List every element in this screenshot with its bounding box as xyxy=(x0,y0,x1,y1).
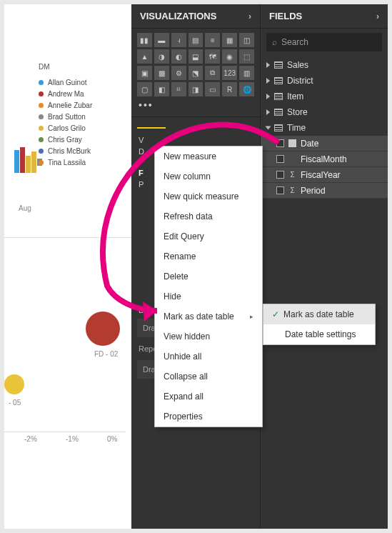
context-menu-item[interactable]: Refresh data xyxy=(155,206,262,226)
context-menu-item[interactable]: Delete xyxy=(155,266,262,287)
field-label: FiscalYear xyxy=(301,170,341,180)
context-menu-item[interactable]: Mark as date table▸ xyxy=(155,307,262,327)
context-menu-item[interactable]: Expand all xyxy=(155,387,262,407)
table-row[interactable]: Time xyxy=(261,120,388,136)
context-menu-item[interactable]: Edit Query xyxy=(155,226,262,246)
table-label: Time xyxy=(287,123,306,133)
viz-type-tile[interactable]: ⬔ xyxy=(189,66,203,80)
submenu-arrow-icon: ▸ xyxy=(250,313,253,320)
bar-chart-bar xyxy=(31,151,36,173)
context-menu-label: View hidden xyxy=(164,332,210,342)
context-menu-item[interactable]: Collapse all xyxy=(155,367,262,387)
submenu-date-table-settings[interactable]: Date table settings xyxy=(263,324,375,344)
chevron-right-icon xyxy=(266,78,270,84)
viz-type-tile[interactable]: ⧉ xyxy=(205,66,220,80)
search-input[interactable]: ⌕ Search xyxy=(266,33,382,51)
viz-type-tile[interactable]: ◫ xyxy=(239,33,254,47)
table-row[interactable]: Item xyxy=(261,89,388,104)
viz-type-tile[interactable]: ⫞ xyxy=(171,33,186,47)
legend-dot-icon xyxy=(39,126,44,131)
legend-item[interactable]: Brad Sutton xyxy=(39,111,92,122)
table-row[interactable]: Store xyxy=(261,104,388,120)
checkbox[interactable] xyxy=(276,155,284,163)
legend-item[interactable]: Andrew Ma xyxy=(39,88,92,99)
submenu-mark-label: Mark as date table xyxy=(283,309,354,319)
context-menu-item[interactable]: Properties xyxy=(155,407,262,427)
viz-type-tile[interactable]: ◐ xyxy=(171,49,186,64)
viz-type-tile[interactable]: ▥ xyxy=(239,66,254,80)
field-row[interactable]: FiscalMonth xyxy=(261,151,388,167)
viz-type-tile[interactable]: ▬ xyxy=(154,33,169,47)
context-menu-item[interactable]: Hide xyxy=(155,287,262,307)
more-visuals-button[interactable]: ••• xyxy=(131,99,260,115)
viz-type-tile[interactable]: ◧ xyxy=(154,82,169,96)
table-icon xyxy=(274,77,283,84)
field-label: Period xyxy=(301,186,326,196)
x-tick: -2% xyxy=(24,435,37,443)
viz-type-tile[interactable]: ▮▮ xyxy=(137,33,152,47)
checkbox[interactable] xyxy=(276,139,284,147)
context-menu-label: Edit Query xyxy=(164,231,204,241)
field-row[interactable]: ΣPeriod xyxy=(261,183,388,199)
submenu-mark-as-date-table[interactable]: ✓Mark as date table xyxy=(263,304,375,324)
field-row[interactable]: Date xyxy=(261,136,388,151)
legend-item[interactable]: Tina Lassila xyxy=(39,156,92,168)
viz-type-tile[interactable]: R xyxy=(222,82,237,96)
chevron-down-icon xyxy=(266,126,271,130)
legend-item[interactable]: Carlos Grilo xyxy=(39,122,92,134)
context-menu-item[interactable]: New quick measure xyxy=(155,186,262,206)
visualizations-header[interactable]: VISUALIZATIONS › xyxy=(131,4,260,29)
legend-label: Tina Lassila xyxy=(48,159,86,166)
viz-type-tile[interactable]: ⬓ xyxy=(189,49,203,64)
viz-type-tile[interactable]: ⬚ xyxy=(239,49,254,64)
checkbox[interactable] xyxy=(276,171,284,179)
fields-header[interactable]: FIELDS › xyxy=(261,4,388,29)
table-row[interactable]: District xyxy=(261,73,388,89)
viz-type-tile[interactable]: 🌐 xyxy=(239,82,254,96)
viz-type-tile[interactable]: ▭ xyxy=(205,82,220,96)
table-icon xyxy=(274,93,283,100)
viz-type-tile[interactable]: ⚙ xyxy=(171,66,186,80)
x-axis: -2% -1% 0% xyxy=(4,432,126,446)
context-menu-item[interactable]: Rename xyxy=(155,246,262,266)
legend-dot-icon xyxy=(39,80,44,85)
context-menu-item[interactable]: New column xyxy=(155,166,262,186)
context-menu-label: New measure xyxy=(164,151,216,161)
legend-item[interactable]: Chris Gray xyxy=(39,134,92,145)
viz-type-tile[interactable]: ◨ xyxy=(189,82,203,96)
viz-type-tile[interactable]: 123 xyxy=(222,66,237,80)
legend-item[interactable]: Annelie Zubar xyxy=(39,99,92,111)
legend-label: Chris Gray xyxy=(48,136,82,144)
context-menu-item[interactable]: New measure xyxy=(155,146,262,166)
table-row[interactable]: Sales xyxy=(261,57,388,73)
viz-type-tile[interactable]: ▦ xyxy=(222,33,237,47)
viz-type-tile[interactable]: ≡ xyxy=(205,33,220,47)
viz-type-tile[interactable]: ▩ xyxy=(154,66,169,80)
context-menu-item[interactable]: View hidden xyxy=(155,327,262,347)
legend-dot-icon xyxy=(39,160,44,165)
viz-type-tile[interactable]: ◉ xyxy=(222,49,237,64)
table-label: District xyxy=(287,76,313,86)
viz-type-tile[interactable]: ▤ xyxy=(189,33,203,47)
field-row[interactable]: ΣFiscalYear xyxy=(261,167,388,183)
viz-type-tile[interactable]: ◑ xyxy=(154,49,169,64)
fields-title: FIELDS xyxy=(269,11,302,21)
legend-label: Andrew Ma xyxy=(48,90,84,98)
viz-type-tile[interactable]: 🗺 xyxy=(205,49,220,64)
viz-type-tile[interactable]: ▲ xyxy=(137,49,152,64)
scatter-bubble xyxy=(86,312,120,346)
viz-type-tile[interactable]: ▢ xyxy=(137,82,152,96)
viz-type-tile[interactable]: ⌗ xyxy=(171,82,186,96)
legend-item[interactable]: Chris McBurk xyxy=(39,145,92,156)
checkbox[interactable] xyxy=(276,186,284,194)
chevron-right-icon xyxy=(266,62,270,68)
x-tick: -1% xyxy=(66,435,79,443)
legend-title: DM xyxy=(39,63,92,71)
viz-type-tile[interactable]: ▣ xyxy=(137,66,152,80)
values-section: V xyxy=(131,134,260,146)
context-menu-item[interactable]: Unhide all xyxy=(155,347,262,367)
table-label: Sales xyxy=(287,60,308,70)
bubble-label: FD - 02 xyxy=(94,350,118,358)
legend-label: Chris McBurk xyxy=(48,147,91,155)
legend-item[interactable]: Allan Guinot xyxy=(39,76,92,88)
